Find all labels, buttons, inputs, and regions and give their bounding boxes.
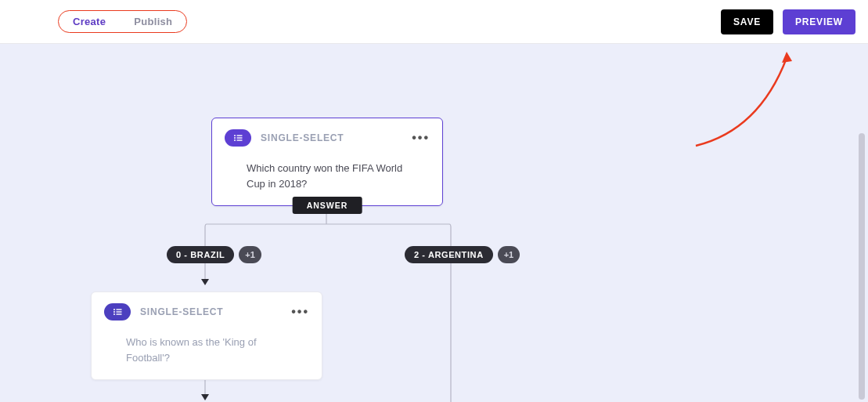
- svg-point-4: [234, 137, 236, 139]
- svg-rect-13: [117, 313, 122, 314]
- tabs-annotation-circle: Create Publish: [58, 10, 187, 33]
- node-header: SINGLE-SELECT •••: [225, 129, 430, 147]
- svg-point-2: [234, 135, 236, 136]
- save-button[interactable]: SAVE: [721, 9, 773, 34]
- more-icon[interactable]: •••: [412, 131, 430, 145]
- svg-point-10: [113, 311, 115, 313]
- node-type-label: SINGLE-SELECT: [261, 132, 344, 143]
- svg-rect-7: [237, 139, 243, 140]
- vertical-scrollbar[interactable]: [859, 133, 865, 400]
- node-header-left: SINGLE-SELECT: [225, 129, 344, 147]
- single-select-icon: [225, 129, 251, 147]
- single-select-icon: [104, 303, 131, 321]
- branch-extra-count: +1: [498, 246, 520, 263]
- answer-pill[interactable]: ANSWER: [293, 197, 362, 214]
- svg-point-12: [113, 313, 115, 315]
- svg-marker-1: [201, 394, 209, 400]
- svg-marker-0: [201, 279, 209, 285]
- header: Create Publish SAVE PREVIEW: [0, 0, 868, 44]
- svg-point-6: [234, 139, 236, 141]
- svg-rect-3: [237, 135, 243, 136]
- branch-label: 2 - ARGENTINA: [405, 246, 493, 263]
- svg-rect-9: [117, 309, 122, 310]
- tab-publish[interactable]: Publish: [134, 16, 172, 27]
- header-left: Create Publish: [58, 10, 187, 33]
- svg-rect-5: [237, 137, 243, 138]
- branch-chip-right[interactable]: 2 - ARGENTINA +1: [405, 246, 520, 263]
- node-header: SINGLE-SELECT •••: [104, 303, 309, 321]
- question-node-2[interactable]: SINGLE-SELECT ••• Who is known as the 'K…: [91, 292, 322, 380]
- node-type-label: SINGLE-SELECT: [140, 306, 223, 317]
- question-text: Which country won the FIFA World Cup in …: [225, 161, 430, 191]
- question-text: Who is known as the 'King of Football'?: [104, 335, 309, 365]
- preview-button[interactable]: PREVIEW: [783, 9, 855, 34]
- branch-label: 0 - BRAZIL: [167, 246, 234, 263]
- branch-extra-count: +1: [239, 246, 261, 263]
- node-header-left: SINGLE-SELECT: [104, 303, 223, 321]
- canvas[interactable]: SINGLE-SELECT ••• Which country won the …: [0, 44, 868, 402]
- svg-rect-11: [117, 311, 122, 312]
- more-icon[interactable]: •••: [291, 305, 309, 319]
- branch-chip-left[interactable]: 0 - BRAZIL +1: [167, 246, 261, 263]
- question-node-1[interactable]: SINGLE-SELECT ••• Which country won the …: [211, 118, 443, 206]
- tab-create[interactable]: Create: [73, 16, 106, 27]
- header-right: SAVE PREVIEW: [721, 9, 855, 34]
- svg-point-8: [113, 309, 115, 310]
- svg-marker-14: [782, 52, 792, 63]
